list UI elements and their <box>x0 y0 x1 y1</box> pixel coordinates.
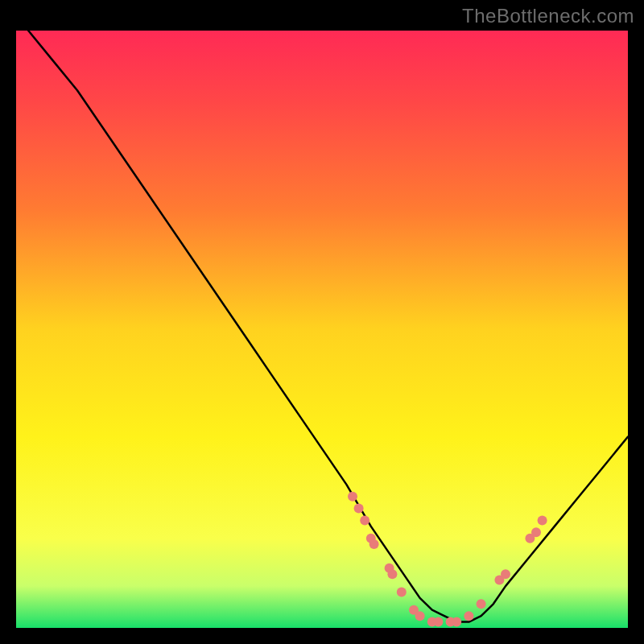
data-marker <box>397 588 407 597</box>
data-marker <box>538 515 547 525</box>
data-marker <box>477 599 486 609</box>
data-marker <box>387 569 397 579</box>
gradient-background <box>16 31 628 628</box>
data-marker <box>433 617 443 627</box>
data-marker <box>369 539 379 549</box>
data-marker <box>415 611 425 621</box>
chart-frame: TheBottleneck.com <box>0 0 644 644</box>
data-marker <box>452 617 461 627</box>
data-marker <box>531 527 541 537</box>
data-marker <box>348 492 357 502</box>
data-marker <box>501 569 510 579</box>
watermark-text: TheBottleneck.com <box>462 5 634 27</box>
data-marker <box>464 611 473 621</box>
chart-plot-area <box>16 31 628 628</box>
chart-svg <box>16 31 628 628</box>
data-marker <box>360 515 369 525</box>
data-marker <box>354 504 364 514</box>
